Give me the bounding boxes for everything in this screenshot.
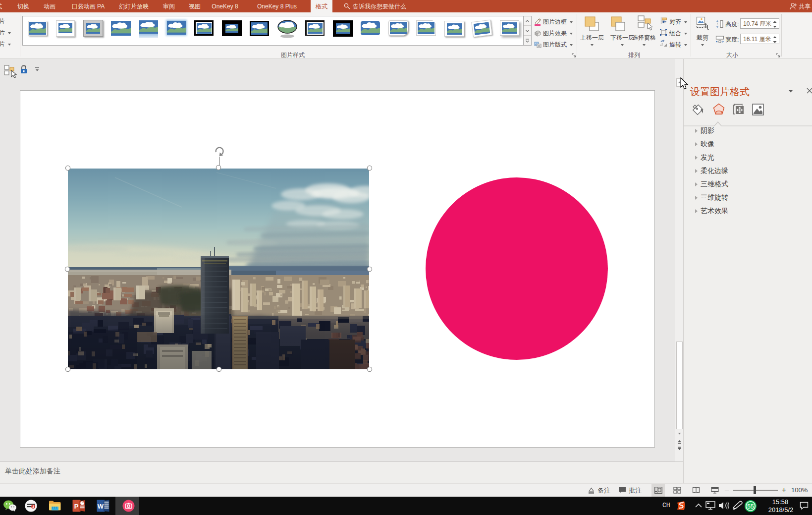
svg-text:55: 55 [747,503,754,510]
svg-text:P: P [74,503,79,510]
svg-text:W: W [98,503,104,510]
